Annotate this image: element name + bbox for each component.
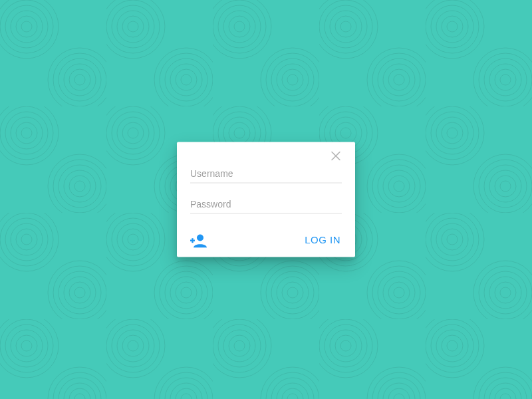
password-field-wrapper: Password bbox=[190, 198, 342, 210]
card-actions: LOG IN bbox=[190, 230, 342, 249]
username-field-wrapper: Username bbox=[190, 168, 342, 180]
password-input[interactable] bbox=[190, 198, 342, 210]
close-icon bbox=[331, 152, 340, 164]
login-button[interactable]: LOG IN bbox=[303, 230, 342, 249]
add-user-icon bbox=[190, 233, 207, 251]
login-card: Username Password LOG IN bbox=[177, 142, 355, 257]
svg-rect-2 bbox=[192, 238, 193, 243]
add-user-button[interactable] bbox=[190, 233, 207, 251]
field-underline bbox=[190, 213, 342, 214]
username-input[interactable] bbox=[190, 168, 342, 180]
field-underline bbox=[190, 183, 342, 184]
svg-point-0 bbox=[197, 235, 203, 241]
close-button[interactable] bbox=[330, 152, 342, 164]
